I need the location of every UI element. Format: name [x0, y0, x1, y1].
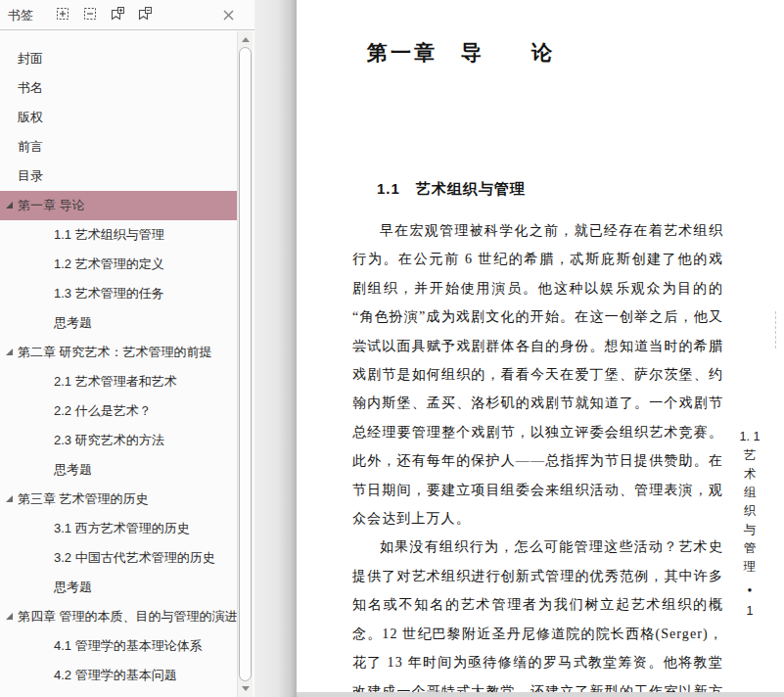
bookmark-item-chapter[interactable]: 第二章 研究艺术：艺术管理的前提	[0, 338, 237, 367]
bookmark-label: 第三章 艺术管理的历史	[18, 491, 149, 506]
panel-page-gap	[254, 0, 297, 697]
bookmark-item[interactable]: 2.1 艺术管理者和艺术	[0, 367, 237, 396]
bookmark-label: 1.3 艺术管理的任务	[54, 286, 164, 301]
collapse-all-icon[interactable]	[82, 6, 99, 23]
bookmark-label: 2.2 什么是艺术？	[54, 403, 152, 418]
margin-char: 1. 1	[740, 431, 761, 443]
bookmark-label: 封面	[18, 51, 43, 66]
bookmark-item-chapter[interactable]: 第一章 导论	[0, 191, 237, 220]
bookmark-item[interactable]: 思考题	[0, 308, 237, 338]
bookmark-item[interactable]: 3.1 西方艺术管理的历史	[0, 514, 237, 543]
margin-char: 术	[744, 468, 757, 481]
scroll-up-arrow-icon[interactable]	[242, 37, 250, 42]
expander-triangle-icon[interactable]	[6, 348, 13, 355]
document-horizontal-scrollbar[interactable]	[297, 692, 784, 697]
bookmark-label: 3.2 中国古代艺术管理的历史	[54, 550, 215, 565]
bookmark-label: 目录	[18, 168, 43, 183]
bookmark-item[interactable]: 3.2 中国古代艺术管理的历史	[0, 543, 237, 573]
bookmark-label: 2.1 艺术管理者和艺术	[54, 374, 177, 389]
bookmark-item[interactable]: 目录	[0, 162, 237, 191]
paragraph: 如果没有组织行为，怎么可能管理这些活动？艺术史提供了对艺术组织进行创新式管理的优…	[352, 533, 723, 697]
bookmark-item-chapter[interactable]: 第三章 艺术管理的历史	[0, 485, 237, 514]
bookmark-item[interactable]: 2.2 什么是艺术？	[0, 396, 237, 426]
bookmark-label: 书名	[18, 80, 43, 95]
bookmark-label: 前言	[18, 139, 43, 154]
margin-char: 理	[744, 561, 757, 574]
bookmark-tree: 封面书名版权前言目录第一章 导论1.1 艺术组织与管理1.2 艺术管理的定义1.…	[0, 31, 237, 697]
bookmark-item[interactable]: 1.2 艺术管理的定义	[0, 250, 237, 279]
bookmark-item[interactable]: 前言	[0, 132, 237, 162]
bookmark-item[interactable]: 版权	[0, 103, 237, 132]
margin-char: 组	[744, 487, 757, 499]
bookmark-label: 版权	[18, 110, 43, 124]
scrollbar-thumb[interactable]	[239, 47, 252, 681]
close-panel-icon[interactable]	[220, 7, 237, 23]
bookmark-label: 思考题	[54, 580, 92, 594]
expander-triangle-icon[interactable]	[6, 202, 13, 209]
section-heading: 1.1 艺术组织与管理	[377, 180, 526, 199]
margin-char: 与	[744, 524, 757, 536]
add-bookmark-icon[interactable]	[109, 6, 125, 23]
bookmarks-panel: 书签 封面书名版权前言目录第一章 导论1.1 艺术组织与管理1.2 艺术管理的定…	[0, 0, 254, 697]
margin-char: 艺	[744, 449, 757, 462]
pdf-reader-window: 书签 封面书名版权前言目录第一章 导论1.1 艺术组织与管理1.2 艺术管理的定…	[0, 0, 784, 697]
bookmark-item[interactable]: 书名	[0, 73, 237, 103]
bookmarks-scrollbar[interactable]	[237, 31, 253, 697]
margin-char: 1	[747, 605, 754, 618]
margin-char: 织	[744, 505, 757, 518]
bookmark-item[interactable]: 思考题	[0, 573, 237, 602]
document-page[interactable]: 第一章 导 论 1.1 艺术组织与管理 早在宏观管理被科学化之前，就已经存在着艺…	[297, 0, 784, 697]
bookmark-label: 4.2 管理学的基本问题	[54, 668, 177, 682]
paragraph: 早在宏观管理被科学化之前，就已经存在着艺术组织行为。在公元前 6 世纪的希腊，忒…	[352, 216, 723, 533]
page-edge-mark	[775, 311, 776, 348]
expand-all-icon[interactable]	[55, 6, 71, 23]
expander-triangle-icon[interactable]	[6, 495, 13, 502]
margin-bullet: ●	[748, 585, 753, 595]
expander-triangle-icon[interactable]	[6, 613, 13, 620]
bookmark-label: 1.1 艺术组织与管理	[54, 227, 164, 242]
bookmark-item[interactable]: 封面	[0, 44, 237, 73]
bookmark-label: 思考题	[54, 462, 92, 477]
bookmark-item[interactable]: 4.1 管理学的基本理论体系	[0, 631, 237, 661]
bookmarks-panel-header: 书签	[0, 0, 254, 30]
remove-bookmark-icon[interactable]	[136, 6, 153, 23]
body-text: 早在宏观管理被科学化之前，就已经存在着艺术组织行为。在公元前 6 世纪的希腊，忒…	[352, 216, 723, 697]
bookmark-item[interactable]: 2.3 研究艺术的方法	[0, 426, 237, 455]
bookmark-label: 3.1 西方艺术管理的历史	[54, 521, 190, 535]
bookmark-label: 4.1 管理学的基本理论体系	[54, 638, 203, 653]
bookmark-label: 2.3 研究艺术的方法	[54, 433, 164, 447]
bookmark-label: 思考题	[54, 315, 92, 330]
bookmark-label: 第二章 研究艺术：艺术管理的前提	[18, 345, 212, 359]
bookmark-item-chapter[interactable]: 第四章 管理的本质、目的与管理的演进	[0, 602, 237, 631]
bookmark-label: 1.2 艺术管理的定义	[54, 256, 164, 271]
margin-label: 1. 1艺术组织与管理●1	[739, 431, 761, 618]
scroll-down-arrow-icon[interactable]	[242, 686, 250, 691]
chapter-title: 第一章 导 论	[367, 39, 555, 67]
bookmark-label: 第一章 导论	[18, 198, 85, 212]
bookmark-item[interactable]: 4.2 管理学的基本问题	[0, 661, 237, 690]
bookmark-label: 第四章 管理的本质、目的与管理的演进	[18, 609, 237, 624]
bookmark-item[interactable]: 思考题	[0, 455, 237, 485]
bookmark-item[interactable]: 1.3 艺术管理的任务	[0, 279, 237, 308]
bookmarks-panel-title: 书签	[8, 7, 33, 24]
margin-char: 管	[744, 542, 757, 555]
bookmark-item[interactable]: 1.1 艺术组织与管理	[0, 220, 237, 250]
